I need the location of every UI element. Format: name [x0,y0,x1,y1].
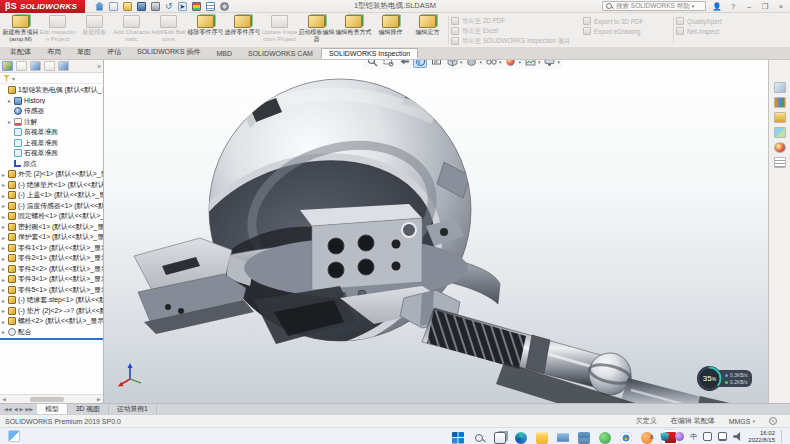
network-tray-icon[interactable] [718,432,727,441]
export-item[interactable]: 导出至 SOLIDWORKS Inspection 项目 [451,36,583,46]
green-app-icon[interactable] [599,432,611,444]
taskbar-clock[interactable]: 16:02 2022/8/15 [748,430,775,444]
hide-show-caret[interactable]: ▾ [499,60,502,65]
command-tab[interactable]: 评估 [99,45,129,59]
minimize-button[interactable]: – [744,2,754,11]
scene-caret[interactable]: ▾ [538,60,541,65]
search-dropdown-caret[interactable]: ▾ [692,3,695,9]
configuration-tab-icon[interactable] [30,61,41,71]
print-icon[interactable] [151,2,160,11]
tree-row[interactable]: ▸ 外壳 (2)<1> (默认<<默认>_显示状 [0,169,103,180]
view-palette-icon[interactable] [774,127,786,138]
new-document-icon[interactable] [109,2,118,11]
graphics-viewport[interactable]: ▾ ▾ ▾ ▾ ▾ ▾ [104,60,768,403]
zoom-fit-icon[interactable] [365,60,379,68]
ribbon-button[interactable]: Edit Inspection Project [39,14,76,46]
rebuild-traffic-icon[interactable] [192,2,201,11]
tree-row[interactable]: ▸ 原点 [0,159,103,170]
show-desktop-strip[interactable] [781,430,786,443]
tree-row[interactable]: ▸ (-) 绝缘套.step<1> (默认<<默认> [0,295,103,306]
display-style-caret[interactable]: ▾ [480,60,483,65]
dimxpert-tab-icon[interactable] [44,61,55,71]
ribbon-button[interactable]: Update Inspection Project [261,14,298,46]
tree-horizontal-scrollbar[interactable]: ◀ ▶ [0,394,103,403]
tree-row[interactable]: ▸ 零件1<1> (默认<<默认>_显示状 [0,243,103,254]
tray-app-icon[interactable] [675,432,684,441]
ribbon-button[interactable]: 移除零件序号 [187,14,224,46]
export-item[interactable]: 导出至 Excel [451,26,583,36]
command-tab[interactable]: MBD [208,48,240,59]
command-tab[interactable]: 装配体 [2,45,39,59]
tree-filter-row[interactable]: ▾ [0,73,103,84]
taskbar-search-icon[interactable] [473,432,485,444]
view-settings-icon[interactable] [543,60,557,68]
zoom-area-icon[interactable] [381,60,395,68]
ribbon-button[interactable]: 新建检查项目 (amp;M) [2,14,39,46]
tree-row[interactable]: ▸ 注解 [0,117,103,128]
export-item[interactable]: QualityXpert [676,16,746,26]
hide-show-items-icon[interactable] [484,60,498,68]
widgets-icon[interactable] [8,430,20,442]
status-info-icon[interactable]: ✎ [769,417,777,425]
tree-row[interactable]: ▸ 传感器 [0,106,103,117]
tree-row[interactable]: ▸ 零件2<1> (默认<<默认>_显示状 [0,253,103,264]
scroll-right-icon[interactable]: ▶ [95,396,103,402]
file-explorer-icon[interactable] [774,112,786,123]
ribbon-button[interactable]: 编辑检查方式 [335,14,372,46]
section-view-icon[interactable] [413,60,427,68]
sketch-grid-icon[interactable] [206,2,215,11]
feature-tree-tab-icon[interactable] [2,61,13,71]
tab-scroll-right-one-icon[interactable]: ▶ [20,406,24,412]
tree-row[interactable]: ▸ 前视基准面 [0,127,103,138]
scrollbar-thumb[interactable] [30,397,64,402]
tab-scroll-right-icon[interactable]: ▶▶ [25,406,33,412]
performance-overlay[interactable]: 35% 0.3KB/s 0.2KB/s [696,365,752,392]
ribbon-button[interactable]: 新建模板 [76,14,113,46]
dynamic-annotation-icon[interactable] [429,60,443,68]
ribbon-button[interactable]: 编辑宏方 [409,14,446,46]
tree-row[interactable]: ▸ 保护套<1> (默认<<默认>_显示状 [0,232,103,243]
search-box[interactable]: 搜索 SOLIDWORKS 帮助 ▾ [602,1,706,11]
tree-row[interactable]: ▸ (-) 上盖<1> (默认<<默认>_显示状 [0,190,103,201]
export-item[interactable]: Export eDrawing [583,26,671,36]
mail-app-icon[interactable] [557,432,569,444]
tab-scroll-left-one-icon[interactable]: ◀ [14,406,18,412]
options-gear-icon[interactable] [220,2,229,11]
task-view-icon[interactable] [494,432,506,444]
help-button[interactable]: ? [728,2,738,11]
ime-language-indicator[interactable]: 中 [690,432,697,442]
model-tab[interactable]: 3D 视图 [68,404,109,414]
display-style-icon[interactable] [465,60,479,68]
tree-row[interactable]: ▸ 零件5<1> (默认<<默认>_显示状 [0,285,103,296]
filter-caret-icon[interactable]: ▾ [12,75,15,82]
view-settings-caret[interactable]: ▾ [558,60,561,65]
solidworks-resources-icon[interactable] [774,82,786,93]
scroll-left-icon[interactable]: ◀ [0,396,8,402]
security-tray-icon[interactable] [660,432,669,441]
edge-browser-icon[interactable] [515,432,527,444]
design-library-icon[interactable] [774,97,786,108]
display-manager-tab-icon[interactable] [58,61,69,71]
model-tab[interactable]: 运动算例1 [109,404,157,414]
tree-row[interactable]: ▸ 配合 [0,327,103,338]
panel-overflow-icon[interactable]: » [97,63,101,70]
ribbon-button[interactable]: Add/Edit Balloons [150,14,187,46]
tab-scroll-left-icon[interactable]: ◀◀ [4,406,12,412]
touch-keyboard-icon[interactable] [703,432,712,441]
ribbon-button[interactable]: 启动模板编辑器 [298,14,335,46]
tree-splitter[interactable] [0,338,103,340]
command-tab[interactable]: SOLIDWORKS Inspection [321,48,418,59]
command-tab[interactable]: SOLIDWORKS 插件 [129,45,208,59]
open-icon[interactable] [123,2,132,11]
command-tab[interactable]: 布局 [39,45,69,59]
export-item[interactable]: 导出至 2D PDF [451,16,583,26]
save-icon[interactable] [137,2,146,11]
tree-row[interactable]: ▸ 零件2<2> (默认<<默认>_显示状 [0,264,103,275]
units-selector[interactable]: MMGS▾ [729,418,755,425]
edit-appearance-caret[interactable]: ▾ [519,60,522,65]
undo-icon[interactable]: ↺ [165,2,173,11]
property-manager-tab-icon[interactable] [16,61,27,71]
ribbon-button[interactable]: 编辑操作 [372,14,409,46]
ribbon-button[interactable]: Add Characteristic [113,14,150,46]
select-cursor-icon[interactable]: ➤ [178,2,187,11]
